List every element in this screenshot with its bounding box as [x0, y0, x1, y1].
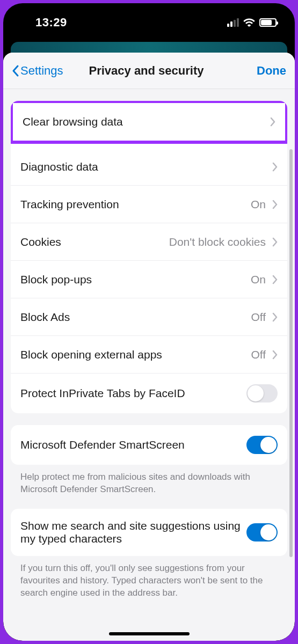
row-value: Off — [251, 311, 266, 324]
cellular-icon — [227, 18, 239, 27]
row-block-external-apps[interactable]: Block opening external apps Off — [11, 336, 287, 374]
background-card-peek — [11, 42, 287, 53]
chevron-right-icon — [272, 237, 278, 247]
row-label: Block opening external apps — [20, 348, 251, 361]
row-smartscreen: Microsoft Defender SmartScreen — [11, 425, 287, 465]
row-block-popups[interactable]: Block pop-ups On — [11, 261, 287, 298]
row-tracking-prevention[interactable]: Tracking prevention On — [11, 186, 287, 223]
status-bar: 13:29 — [3, 3, 295, 42]
row-diagnostic-data[interactable]: Diagnostic data — [11, 148, 287, 186]
home-indicator[interactable] — [109, 632, 190, 635]
row-block-ads[interactable]: Block Ads Off — [11, 298, 287, 336]
chevron-right-icon — [272, 275, 278, 284]
row-protect-inprivate: Protect InPrivate Tabs by FaceID — [11, 374, 287, 413]
row-label: Diagnostic data — [20, 160, 272, 173]
chevron-right-icon — [272, 200, 278, 209]
row-label: Show me search and site suggestions usin… — [20, 519, 246, 545]
nav-bar: Settings Privacy and security Done — [3, 53, 295, 89]
wifi-icon — [243, 18, 255, 27]
row-label: Protect InPrivate Tabs by FaceID — [20, 387, 246, 400]
settings-sheet: Settings Privacy and security Done Clear… — [3, 53, 295, 641]
settings-group-search-suggest: Show me search and site suggestions usin… — [11, 509, 287, 556]
row-label: Block Ads — [20, 311, 251, 324]
row-clear-browsing-data[interactable]: Clear browsing data — [13, 103, 285, 141]
highlight-annotation: Clear browsing data — [11, 101, 287, 144]
row-label: Tracking prevention — [20, 198, 251, 211]
row-value: Don't block cookies — [169, 236, 266, 248]
content-scroll[interactable]: Clear browsing data Diagnostic data Trac… — [3, 89, 295, 641]
toggle-search-suggestions[interactable] — [246, 523, 278, 541]
settings-group-smartscreen: Microsoft Defender SmartScreen — [11, 425, 287, 465]
battery-icon — [259, 18, 277, 27]
toggle-protect-inprivate[interactable] — [246, 384, 278, 402]
footer-smartscreen: Help protect me from malicious sites and… — [11, 471, 287, 496]
footer-search-suggest: If you turn this off, you'll only see su… — [11, 562, 287, 599]
status-time: 13:29 — [35, 16, 67, 30]
chevron-right-icon — [272, 350, 278, 360]
row-value: Off — [251, 348, 266, 361]
status-icons — [227, 18, 277, 27]
toggle-smartscreen[interactable] — [246, 436, 278, 454]
row-label: Cookies — [20, 236, 169, 248]
row-value: On — [251, 273, 266, 286]
chevron-right-icon — [272, 162, 278, 172]
scrollbar[interactable] — [289, 149, 293, 557]
done-button[interactable]: Done — [254, 64, 286, 78]
device-frame: 13:29 Settings Privacy and security Done — [3, 3, 295, 641]
settings-group-1: Clear browsing data Diagnostic data Trac… — [11, 101, 287, 413]
row-value: On — [251, 198, 266, 211]
row-label: Microsoft Defender SmartScreen — [20, 438, 246, 451]
row-label: Clear browsing data — [23, 115, 270, 128]
page-title: Privacy and security — [39, 64, 254, 78]
chevron-right-icon — [270, 117, 275, 127]
row-label: Block pop-ups — [20, 273, 251, 286]
row-search-suggestions: Show me search and site suggestions usin… — [11, 509, 287, 556]
row-cookies[interactable]: Cookies Don't block cookies — [11, 223, 287, 261]
chevron-right-icon — [272, 312, 278, 322]
